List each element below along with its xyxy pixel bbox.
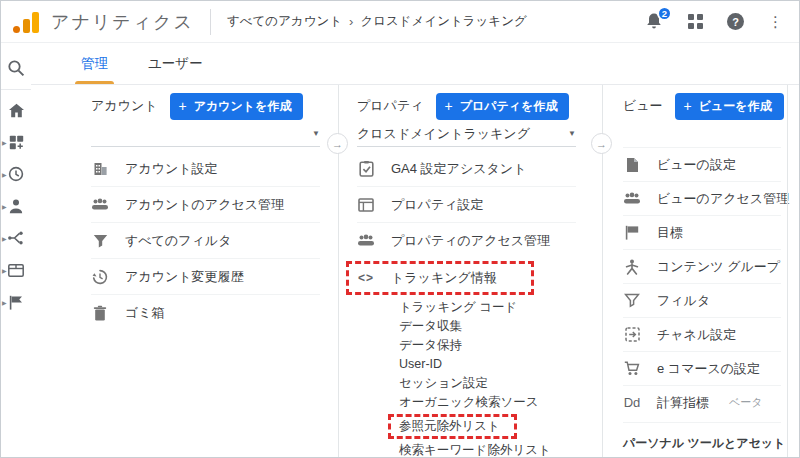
- menu-item-ecommerce-settings[interactable]: e コマースの設定: [623, 351, 781, 385]
- behavior-card-icon: [8, 264, 24, 277]
- menu-item-channel-settings[interactable]: チャネル設定: [623, 317, 781, 351]
- menu-item-trash[interactable]: ゴミ箱: [91, 294, 320, 330]
- rail-divider: [1, 89, 31, 90]
- window-icon: [357, 198, 375, 212]
- menu-item-label: ゴミ箱: [125, 304, 165, 322]
- menu-item-label: プロパティ設定: [391, 196, 484, 214]
- breadcrumb-separator-icon: ›: [349, 14, 353, 29]
- nav-realtime[interactable]: ▶: [1, 158, 31, 190]
- analytics-logo-icon[interactable]: [13, 11, 39, 33]
- menu-item-view-settings[interactable]: ビューの設定: [623, 147, 781, 181]
- menu-item-ga4-assistant[interactable]: GA4 設定アシスタント: [357, 151, 576, 186]
- logo-bar-tall: [32, 12, 39, 33]
- submenu-item-session-settings[interactable]: セッション設定: [399, 374, 576, 393]
- chevron-down-icon: ▼: [568, 129, 576, 138]
- content-right-edge: [787, 85, 788, 457]
- expand-caret-icon: ▶: [2, 267, 7, 274]
- breadcrumb[interactable]: すべてのアカウント › クロスドメイントラッキング: [227, 13, 527, 30]
- logo-dot: [13, 26, 20, 33]
- search-icon: [7, 59, 25, 77]
- expand-caret-icon: ▶: [2, 171, 7, 178]
- help-icon[interactable]: ?: [727, 13, 744, 30]
- nav-acquisition[interactable]: ▶: [1, 222, 31, 254]
- menu-item-account-settings[interactable]: アカウント設定: [91, 151, 320, 186]
- breadcrumb-root[interactable]: すべてのアカウント: [227, 13, 342, 30]
- submenu-item-referral-exclusion[interactable]: 参照元除外リスト: [388, 414, 517, 439]
- users-icon: [91, 198, 109, 211]
- menu-item-content-grouping[interactable]: コンテンツ グループ: [623, 249, 781, 283]
- apps-grid-icon[interactable]: [688, 14, 703, 29]
- submenu-item-user-id[interactable]: User-ID: [399, 355, 576, 374]
- chevron-down-icon: ▼: [312, 129, 320, 138]
- arrow-right-icon: →: [596, 138, 607, 150]
- menu-item-label: コンテンツ グループ: [657, 258, 780, 276]
- submenu-item-data-retention[interactable]: データ保持: [399, 336, 576, 355]
- plus-icon: +: [445, 99, 453, 113]
- header-divider: [210, 9, 211, 35]
- collapse-column-button[interactable]: →: [591, 133, 612, 154]
- nav-behavior[interactable]: ▶: [1, 254, 31, 286]
- menu-item-goals[interactable]: 目標: [623, 215, 781, 249]
- tab-user[interactable]: ユーザー: [128, 43, 223, 84]
- clipboard-check-icon: [357, 160, 375, 177]
- arrow-right-icon: →: [332, 138, 343, 150]
- search-button[interactable]: [7, 53, 25, 83]
- menu-item-label: アカウントのアクセス管理: [125, 196, 284, 214]
- nav-home[interactable]: [1, 94, 31, 126]
- nav-conversions[interactable]: ▶: [1, 286, 31, 318]
- create-property-label: プロパティを作成: [460, 98, 558, 115]
- menu-item-label: フィルタ: [657, 292, 710, 310]
- grid-square: [697, 23, 703, 29]
- menu-item-label: プロパティのアクセス管理: [391, 232, 550, 250]
- menu-item-account-access[interactable]: アカウントのアクセス管理: [91, 186, 320, 222]
- submenu-item-data-collection[interactable]: データ収集: [399, 317, 576, 336]
- create-account-button[interactable]: + アカウントを作成: [170, 93, 304, 120]
- header-actions: 2 ? ⋮: [644, 12, 783, 32]
- menu-item-account-history[interactable]: アカウント変更履歴: [91, 258, 320, 294]
- submenu-item-organic-search[interactable]: オーガニック検索ソース: [399, 393, 576, 412]
- menu-item-label: トラッキング情報: [391, 269, 497, 287]
- users-icon: [623, 192, 641, 205]
- menu-item-label: すべてのフィルタ: [125, 232, 231, 250]
- submenu-item-search-term-exclusion[interactable]: 検索キーワード除外リスト: [399, 441, 576, 458]
- history-icon: [91, 269, 109, 285]
- column-divider: →: [602, 85, 603, 457]
- breadcrumb-current[interactable]: クロスドメイントラッキング: [360, 13, 526, 30]
- menu-item-all-filters[interactable]: すべてのフィルタ: [91, 222, 320, 258]
- nav-audience[interactable]: ▶: [1, 190, 31, 222]
- account-menu-list: アカウント設定 アカウントのアクセス管理 すべてのフ: [91, 151, 320, 330]
- notifications-button[interactable]: 2: [644, 12, 664, 32]
- create-property-button[interactable]: + プロパティを作成: [436, 93, 570, 120]
- menu-item-calculated-metrics[interactable]: Dd 計算指標 ベータ: [623, 385, 781, 419]
- cart-icon: [623, 361, 641, 376]
- menu-item-property-access[interactable]: プロパティのアクセス管理: [357, 222, 576, 258]
- grid-square: [697, 14, 703, 20]
- filter-icon: [91, 234, 109, 248]
- menu-item-label: ビューのアクセス管理: [657, 190, 789, 208]
- menu-item-view-access[interactable]: ビューのアクセス管理: [623, 181, 781, 215]
- tab-admin[interactable]: 管理: [61, 43, 128, 84]
- grid-square: [688, 14, 694, 20]
- home-icon: [8, 103, 25, 118]
- nav-customization[interactable]: ▶: [1, 126, 31, 158]
- property-menu-list: GA4 設定アシスタント プロパティ設定 プロパティ: [357, 151, 576, 458]
- account-selector[interactable]: ▼: [91, 121, 320, 147]
- property-selector[interactable]: クロスドメイントラッキング ▼: [357, 121, 576, 147]
- app-title[interactable]: アナリティクス: [51, 10, 194, 34]
- create-view-button[interactable]: + ビューを作成: [675, 93, 784, 120]
- submenu-item-tracking-code[interactable]: トラッキング コード: [399, 298, 576, 317]
- kebab-menu-icon[interactable]: ⋮: [768, 14, 783, 29]
- analytics-admin-page: アナリティクス すべてのアカウント › クロスドメイントラッキング 2 ? ⋮: [0, 0, 800, 458]
- dd-glyph: Dd: [624, 395, 641, 410]
- menu-item-tracking-info[interactable]: <> トラッキング情報: [346, 261, 534, 295]
- menu-item-property-settings[interactable]: プロパティ設定: [357, 186, 576, 222]
- expand-caret-icon: ▶: [2, 299, 7, 306]
- property-selector-value: クロスドメイントラッキング: [357, 125, 530, 143]
- menu-item-view-filters[interactable]: フィルタ: [623, 283, 781, 317]
- code-icon: <>: [357, 271, 375, 285]
- collapse-column-button[interactable]: →: [327, 133, 348, 154]
- expand-caret-icon: ▶: [2, 139, 7, 146]
- channel-settings-icon: [623, 327, 641, 342]
- goal-flag-icon: [623, 225, 641, 240]
- create-account-label: アカウントを作成: [194, 98, 292, 115]
